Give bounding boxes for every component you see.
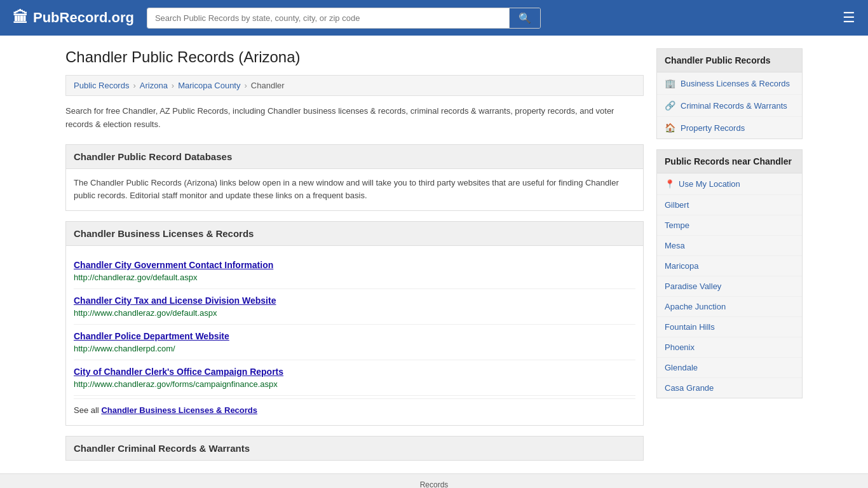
nearby-tempe[interactable]: Tempe (657, 215, 802, 236)
handcuffs-icon: 🔗 (665, 100, 675, 111)
sidebar-nearby: Public Records near Chandler 📍 Use My Lo… (656, 149, 803, 398)
breadcrumb-chandler: Chandler (251, 81, 285, 90)
site-header: 🏛 PubRecord.org 🔍 ☰ (0, 0, 868, 36)
databases-content: The Chandler Public Records (Arizona) li… (65, 169, 644, 212)
breadcrumb-arizona[interactable]: Arizona (140, 81, 168, 90)
sidebar-records-title: Chandler Public Records (657, 49, 802, 72)
sidebar-link-property-label: Property Records (681, 123, 745, 133)
record-link-2[interactable]: Chandler Police Department Website (74, 331, 635, 341)
search-input[interactable] (147, 8, 509, 28)
criminal-heading: Chandler Criminal Records & Warrants (65, 436, 644, 461)
databases-section: Chandler Public Record Databases The Cha… (65, 144, 644, 212)
record-entry-0: Chandler City Government Contact Informa… (74, 254, 635, 289)
home-icon: 🏠 (665, 123, 675, 133)
location-icon: 📍 (665, 179, 675, 189)
nearby-phoenix[interactable]: Phoenix (657, 337, 802, 358)
logo-text: PubRecord.org (33, 10, 134, 26)
criminal-section: Chandler Criminal Records & Warrants (65, 436, 644, 461)
see-all-link[interactable]: Chandler Business Licenses & Records (101, 405, 257, 415)
databases-text: The Chandler Public Records (Arizona) li… (74, 177, 635, 203)
business-heading: Chandler Business Licenses & Records (65, 221, 644, 246)
record-url-3: http://www.chandleraz.gov/forms/campaign… (74, 379, 278, 389)
use-my-location-label: Use My Location (679, 179, 740, 189)
sidebar: Chandler Public Records 🏢 Business Licen… (656, 48, 803, 461)
record-link-0[interactable]: Chandler City Government Contact Informa… (74, 260, 635, 270)
breadcrumb-maricopa-county[interactable]: Maricopa County (178, 81, 240, 90)
record-entry-2: Chandler Police Department Website http:… (74, 325, 635, 360)
use-my-location[interactable]: 📍 Use My Location (657, 173, 802, 195)
footer-bar: Records (0, 473, 868, 488)
nearby-glendale[interactable]: Glendale (657, 358, 802, 378)
nearby-mesa[interactable]: Mesa (657, 236, 802, 256)
see-all-text: See all (74, 405, 99, 415)
breadcrumb-sep-2: › (172, 81, 174, 90)
logo[interactable]: 🏛 PubRecord.org (13, 9, 134, 27)
breadcrumb-public-records[interactable]: Public Records (74, 81, 129, 90)
menu-icon[interactable]: ☰ (843, 10, 855, 26)
record-url-2: http://www.chandlerpd.com/ (74, 344, 175, 353)
record-url-0: http://chandleraz.gov/default.aspx (74, 273, 197, 282)
sidebar-chandler-records: Chandler Public Records 🏢 Business Licen… (656, 48, 803, 139)
breadcrumb-sep-3: › (244, 81, 247, 90)
footer-records-label: Records (420, 480, 449, 488)
sidebar-link-criminal[interactable]: 🔗 Criminal Records & Warrants (657, 95, 802, 117)
record-entry-1: Chandler City Tax and License Division W… (74, 289, 635, 325)
business-section: Chandler Business Licenses & Records Cha… (65, 221, 644, 426)
record-entry-3: City of Chandler Clerk's Office Campaign… (74, 360, 635, 396)
nearby-fountain-hills[interactable]: Fountain Hills (657, 317, 802, 337)
page-description: Search for free Chandler, AZ Public Reco… (65, 105, 644, 132)
nearby-paradise-valley[interactable]: Paradise Valley (657, 276, 802, 297)
page-title: Chandler Public Records (Arizona) (65, 48, 644, 66)
search-button[interactable]: 🔍 (509, 8, 540, 28)
search-icon: 🔍 (519, 13, 531, 24)
content-wrapper: Chandler Public Records (Arizona) Public… (53, 36, 815, 461)
breadcrumb: Public Records › Arizona › Maricopa Coun… (65, 75, 644, 96)
main-content: Chandler Public Records (Arizona) Public… (65, 48, 644, 461)
nearby-maricopa[interactable]: Maricopa (657, 256, 802, 276)
nearby-gilbert[interactable]: Gilbert (657, 195, 802, 215)
sidebar-link-business[interactable]: 🏢 Business Licenses & Records (657, 72, 802, 95)
building-icon: 🏢 (665, 78, 675, 88)
record-url-1: http://www.chandleraz.gov/default.aspx (74, 308, 217, 318)
business-content: Chandler City Government Contact Informa… (65, 246, 644, 426)
sidebar-link-business-label: Business Licenses & Records (681, 79, 790, 88)
sidebar-link-property[interactable]: 🏠 Property Records (657, 117, 802, 139)
sidebar-nearby-title: Public Records near Chandler (657, 150, 802, 173)
databases-heading: Chandler Public Record Databases (65, 144, 644, 169)
record-link-1[interactable]: Chandler City Tax and License Division W… (74, 295, 635, 306)
logo-icon: 🏛 (13, 9, 28, 27)
search-bar: 🔍 (147, 8, 541, 29)
see-all-line: See all Chandler Business Licenses & Rec… (74, 398, 635, 417)
nearby-apache-junction[interactable]: Apache Junction (657, 297, 802, 317)
breadcrumb-sep-1: › (133, 81, 135, 90)
sidebar-link-criminal-label: Criminal Records & Warrants (681, 101, 787, 111)
record-link-3[interactable]: City of Chandler Clerk's Office Campaign… (74, 367, 635, 377)
nearby-casa-grande[interactable]: Casa Grande (657, 378, 802, 398)
